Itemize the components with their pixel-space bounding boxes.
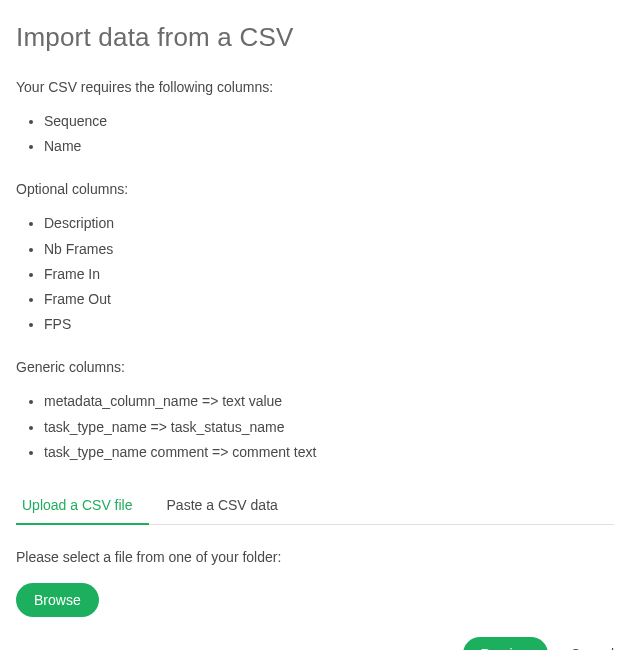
- list-item: task_type_name comment => comment text: [44, 440, 614, 465]
- list-item: Sequence: [44, 109, 614, 134]
- list-item: FPS: [44, 312, 614, 337]
- list-item: Nb Frames: [44, 237, 614, 262]
- preview-button[interactable]: Preview: [463, 637, 549, 650]
- generic-columns-label: Generic columns:: [16, 359, 614, 375]
- list-item: Name: [44, 134, 614, 159]
- optional-columns-label: Optional columns:: [16, 181, 614, 197]
- list-item: Frame In: [44, 262, 614, 287]
- required-columns-label: Your CSV requires the following columns:: [16, 79, 614, 95]
- upload-instruction: Please select a file from one of your fo…: [16, 549, 614, 565]
- browse-button[interactable]: Browse: [16, 583, 99, 617]
- tab-paste-csv[interactable]: Paste a CSV data: [149, 487, 294, 525]
- optional-columns-list: Description Nb Frames Frame In Frame Out…: [16, 211, 614, 337]
- required-columns-list: Sequence Name: [16, 109, 614, 159]
- dialog-title: Import data from a CSV: [16, 22, 614, 53]
- list-item: Description: [44, 211, 614, 236]
- cancel-link[interactable]: Cancel: [570, 646, 614, 650]
- generic-columns-list: metadata_column_name => text value task_…: [16, 389, 614, 465]
- tab-upload-csv[interactable]: Upload a CSV file: [16, 487, 149, 525]
- list-item: Frame Out: [44, 287, 614, 312]
- list-item: task_type_name => task_status_name: [44, 415, 614, 440]
- list-item: metadata_column_name => text value: [44, 389, 614, 414]
- tabs: Upload a CSV file Paste a CSV data: [16, 487, 614, 525]
- dialog-actions: Preview Cancel: [16, 637, 614, 650]
